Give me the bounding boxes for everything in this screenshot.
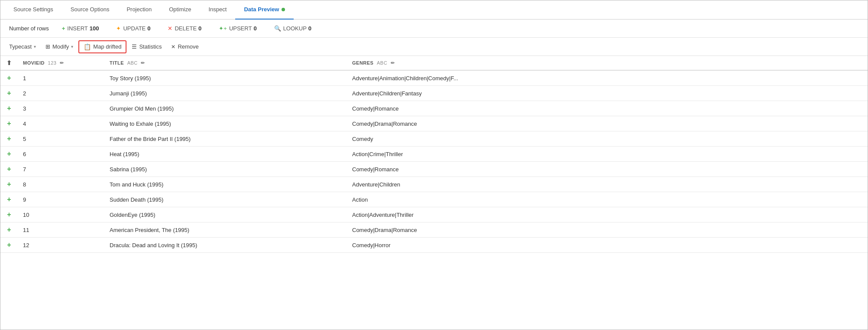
th-movieid-type: 123 xyxy=(48,60,57,65)
row-title-cell: Tom and Huck (1995) xyxy=(104,177,347,192)
row-genres-cell: Action|Adventure|Thriller xyxy=(347,207,868,222)
row-movieid-cell: 3 xyxy=(18,101,104,116)
row-add-icon[interactable]: + xyxy=(7,120,11,127)
row-movieid-cell: 7 xyxy=(18,162,104,177)
row-expand-cell: + xyxy=(0,207,18,222)
row-genres-cell: Comedy|Romance xyxy=(347,101,868,116)
row-add-icon[interactable]: + xyxy=(7,196,11,203)
upsert-stat: ✦+ UPSERT 0 xyxy=(219,25,256,32)
upsert-count: 0 xyxy=(253,25,256,32)
row-expand-cell: + xyxy=(0,131,18,147)
table-row: + 11 American President, The (1995) Come… xyxy=(0,222,868,238)
row-title-cell: Father of the Bride Part II (1995) xyxy=(104,131,347,147)
row-add-icon[interactable]: + xyxy=(7,89,11,97)
row-movieid-cell: 11 xyxy=(18,222,104,238)
table-row: + 1 Toy Story (1995) Adventure|Animation… xyxy=(0,70,868,86)
row-add-icon[interactable]: + xyxy=(7,226,11,233)
table-row: + 8 Tom and Huck (1995) Adventure|Childr… xyxy=(0,177,868,192)
top-nav: Source Settings Source Options Projectio… xyxy=(0,0,868,20)
row-expand-cell: + xyxy=(0,147,18,162)
map-drifted-button[interactable]: 📋 Map drifted xyxy=(78,40,126,53)
tab-inspect[interactable]: Inspect xyxy=(200,0,236,20)
row-expand-cell: + xyxy=(0,101,18,116)
th-movieid-label: MOVIEID xyxy=(23,60,45,65)
row-genres-cell: Comedy|Horror xyxy=(347,238,868,253)
row-title-cell: Jumanji (1995) xyxy=(104,86,347,101)
tab-data-preview[interactable]: Data Preview xyxy=(235,0,294,20)
map-drifted-label: Map drifted xyxy=(93,43,121,50)
th-title-label: TITLE xyxy=(110,60,124,65)
data-table-container: ⬆ MOVIEID 123 ✏ TITLE abc ✏ GENRES abc xyxy=(0,56,868,330)
row-add-icon[interactable]: + xyxy=(7,211,11,218)
stats-bar: Number of rows + INSERT 100 ✦ UPDATE 0 ✕… xyxy=(0,20,868,38)
th-title: TITLE abc ✏ xyxy=(104,56,347,70)
row-genres-cell: Action|Crime|Thriller xyxy=(347,147,868,162)
modify-button[interactable]: ⊞ Modify ▾ xyxy=(41,41,78,52)
page-wrapper: Source Settings Source Options Projectio… xyxy=(0,0,868,330)
row-genres-cell: Action xyxy=(347,192,868,207)
table-row: + 4 Waiting to Exhale (1995) Comedy|Dram… xyxy=(0,116,868,131)
th-genres-edit-icon[interactable]: ✏ xyxy=(391,60,395,65)
row-genres-cell: Adventure|Children xyxy=(347,177,868,192)
th-movieid: MOVIEID 123 ✏ xyxy=(18,56,104,70)
tab-source-settings[interactable]: Source Settings xyxy=(5,0,62,20)
row-add-icon[interactable]: + xyxy=(7,135,11,142)
insert-stat: + INSERT 100 xyxy=(62,25,99,32)
tab-projection[interactable]: Projection xyxy=(118,0,160,20)
row-expand-cell: + xyxy=(0,177,18,192)
modify-label: Modify xyxy=(52,43,69,50)
row-genres-cell: Comedy|Drama|Romance xyxy=(347,116,868,131)
table-row: + 12 Dracula: Dead and Loving It (1995) … xyxy=(0,238,868,253)
row-expand-cell: + xyxy=(0,238,18,253)
table-header-row: ⬆ MOVIEID 123 ✏ TITLE abc ✏ GENRES abc xyxy=(0,56,868,70)
table-row: + 3 Grumpier Old Men (1995) Comedy|Roman… xyxy=(0,101,868,116)
row-movieid-cell: 6 xyxy=(18,147,104,162)
table-row: + 2 Jumanji (1995) Adventure|Children|Fa… xyxy=(0,86,868,101)
row-title-cell: Heat (1995) xyxy=(104,147,347,162)
row-movieid-cell: 8 xyxy=(18,177,104,192)
row-add-icon[interactable]: + xyxy=(7,180,11,188)
table-row: + 6 Heat (1995) Action|Crime|Thriller xyxy=(0,147,868,162)
row-movieid-cell: 4 xyxy=(18,116,104,131)
remove-button[interactable]: ✕ Remove xyxy=(167,41,203,52)
row-genres-cell: Comedy|Romance xyxy=(347,162,868,177)
update-icon: ✦ xyxy=(116,25,121,32)
lookup-icon: 🔍 xyxy=(274,25,281,32)
row-title-cell: Dracula: Dead and Loving It (1995) xyxy=(104,238,347,253)
row-add-icon[interactable]: + xyxy=(7,165,11,173)
row-title-cell: Sudden Death (1995) xyxy=(104,192,347,207)
th-title-type: abc xyxy=(127,60,138,65)
lookup-count: 0 xyxy=(308,25,311,32)
modify-icon: ⊞ xyxy=(45,43,50,50)
row-add-icon[interactable]: + xyxy=(7,74,11,82)
table-row: + 5 Father of the Bride Part II (1995) C… xyxy=(0,131,868,147)
row-expand-cell: + xyxy=(0,222,18,238)
row-genres-cell: Adventure|Animation|Children|Comedy|F... xyxy=(347,70,868,86)
row-movieid-cell: 5 xyxy=(18,131,104,147)
row-add-icon[interactable]: + xyxy=(7,150,11,157)
row-genres-cell: Comedy|Drama|Romance xyxy=(347,222,868,238)
th-genres-label: GENRES xyxy=(352,60,373,65)
remove-icon: ✕ xyxy=(171,44,175,50)
statistics-button[interactable]: ☰ Statistics xyxy=(127,41,166,52)
th-title-edit-icon[interactable]: ✏ xyxy=(141,60,145,65)
typecast-button[interactable]: Typecast ▾ xyxy=(5,41,40,52)
update-stat: ✦ UPDATE 0 xyxy=(116,25,150,32)
row-add-icon[interactable]: + xyxy=(7,241,11,248)
map-drifted-icon: 📋 xyxy=(84,43,91,50)
number-of-rows-label: Number of rows xyxy=(9,25,49,32)
table-row: + 10 GoldenEye (1995) Action|Adventure|T… xyxy=(0,207,868,222)
row-movieid-cell: 10 xyxy=(18,207,104,222)
th-expand: ⬆ xyxy=(0,56,18,70)
tab-optimize[interactable]: Optimize xyxy=(160,0,200,20)
insert-icon: + xyxy=(62,25,65,32)
th-movieid-edit-icon[interactable]: ✏ xyxy=(60,60,64,65)
row-add-icon[interactable]: + xyxy=(7,105,11,112)
lookup-stat: 🔍 LOOKUP 0 xyxy=(274,25,311,32)
row-expand-cell: + xyxy=(0,192,18,207)
row-title-cell: Waiting to Exhale (1995) xyxy=(104,116,347,131)
statistics-label: Statistics xyxy=(139,43,162,50)
tab-source-options[interactable]: Source Options xyxy=(62,0,118,20)
delete-stat: ✕ DELETE 0 xyxy=(168,25,201,32)
table-row: + 7 Sabrina (1995) Comedy|Romance xyxy=(0,162,868,177)
